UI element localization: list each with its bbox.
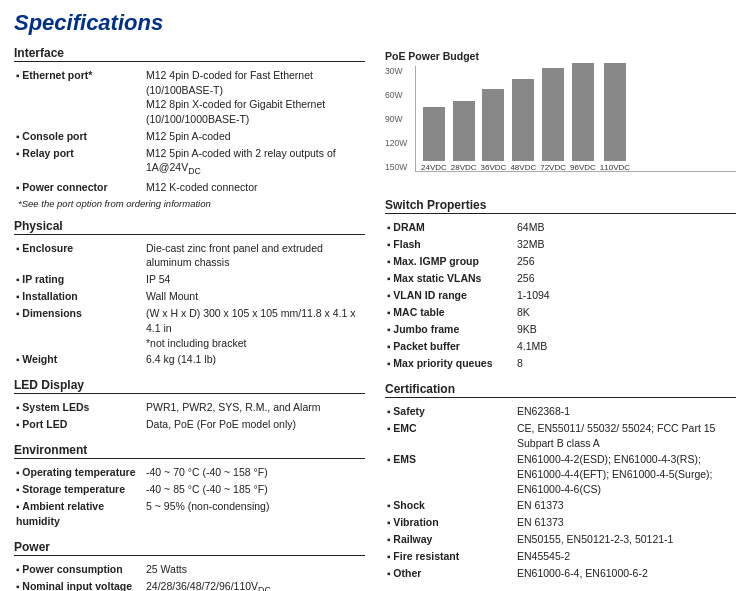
spec-value: M12 5pin A-coded with 2 relay outputs of… — [144, 145, 365, 179]
spec-label: Power consumption — [14, 561, 144, 578]
chart-title: PoE Power Budget — [385, 50, 736, 62]
bar-group: 28VDC — [451, 101, 477, 172]
two-col-layout: InterfaceEthernet port*M12 4pin D-coded … — [14, 46, 736, 591]
spec-value: 256 — [515, 270, 736, 287]
bar-chart: 150W120W90W60W30W24VDC28VDC36VDC48VDC72V… — [385, 66, 736, 186]
spec-label: Jumbo frame — [385, 321, 515, 338]
spec-value: PWR1, PWR2, SYS, R.M., and Alarm — [144, 399, 365, 416]
spec-label: Weight — [14, 351, 144, 368]
table-row: OtherEN61000-6-4, EN61000-6-2 — [385, 565, 736, 582]
spec-label: MAC table — [385, 304, 515, 321]
table-row: RailwayEN50155, EN50121-2-3, 50121-1 — [385, 531, 736, 548]
table-row: Nominal input voltage24/28/36/48/72/96/1… — [14, 578, 365, 591]
spec-value: EN 61373 — [515, 514, 736, 531]
bar-group: 110VDC — [600, 63, 630, 172]
spec-label: Shock — [385, 497, 515, 514]
spec-value: Die-cast zinc front panel and extruded a… — [144, 240, 365, 271]
chart-container: PoE Power Budget150W120W90W60W30W24VDC28… — [385, 50, 736, 186]
spec-value: EN61000-4-2(ESD); EN61000-4-3(RS);EN6100… — [515, 451, 736, 497]
spec-label: Relay port — [14, 145, 144, 179]
table-row: MAC table8K — [385, 304, 736, 321]
spec-label: Port LED — [14, 416, 144, 433]
spec-value: 8K — [515, 304, 736, 321]
bar-group: 48VDC — [510, 79, 536, 172]
table-row: Relay portM12 5pin A-coded with 2 relay … — [14, 145, 365, 179]
table-row: Max static VLANs256 — [385, 270, 736, 287]
section-title-physical: Physical — [14, 219, 365, 235]
table-row: Weight6.4 kg (14.1 lb) — [14, 351, 365, 368]
section-title-switch: Switch Properties — [385, 198, 736, 214]
spec-value: 4.1MB — [515, 338, 736, 355]
spec-label: Vibration — [385, 514, 515, 531]
bar — [512, 79, 534, 161]
spec-label: Fire resistant — [385, 548, 515, 565]
spec-label: Other — [385, 565, 515, 582]
bar — [542, 68, 564, 161]
section-title-led-display: LED Display — [14, 378, 365, 394]
spec-label: Max. IGMP group — [385, 253, 515, 270]
spec-label: Max priority queues — [385, 355, 515, 372]
spec-label: Safety — [385, 403, 515, 420]
page-wrapper: Specifications InterfaceEthernet port*M1… — [0, 0, 750, 591]
y-axis: 150W120W90W60W30W — [385, 66, 407, 186]
spec-label: Railway — [385, 531, 515, 548]
section-title-certification: Certification — [385, 382, 736, 398]
spec-value: M12 4pin D-coded for Fast Ethernet (10/1… — [144, 67, 365, 128]
spec-value: 32MB — [515, 236, 736, 253]
spec-label: Installation — [14, 288, 144, 305]
table-row: Flash32MB — [385, 236, 736, 253]
table-row: Dimensions(W x H x D) 300 x 105 x 105 mm… — [14, 305, 365, 351]
main-content: Specifications InterfaceEthernet port*M1… — [0, 0, 750, 591]
table-row: Storage temperature-40 ~ 85 °C (-40 ~ 18… — [14, 481, 365, 498]
spec-label: Dimensions — [14, 305, 144, 351]
spec-value: -40 ~ 85 °C (-40 ~ 185 °F) — [144, 481, 365, 498]
table-row: VibrationEN 61373 — [385, 514, 736, 531]
spec-label: Power connector — [14, 179, 144, 196]
table-row: VLAN ID range1-1094 — [385, 287, 736, 304]
bar — [572, 63, 594, 161]
bar-group: 24VDC — [421, 107, 447, 172]
section-note: *See the port option from ordering infor… — [18, 198, 365, 209]
table-row: SafetyEN62368-1 — [385, 403, 736, 420]
spec-value: EN45545-2 — [515, 548, 736, 565]
spec-value: 25 Watts — [144, 561, 365, 578]
page-title: Specifications — [14, 10, 736, 36]
table-row: Operating temperature-40 ~ 70 °C (-40 ~ … — [14, 464, 365, 481]
table-row: EMCCE, EN55011/ 55032/ 55024; FCC Part 1… — [385, 420, 736, 451]
spec-label: EMC — [385, 420, 515, 451]
spec-label: Flash — [385, 236, 515, 253]
spec-label: Max static VLANs — [385, 270, 515, 287]
spec-value: M12 5pin A-coded — [144, 128, 365, 145]
spec-value: 64MB — [515, 219, 736, 236]
table-row: ShockEN 61373 — [385, 497, 736, 514]
spec-value: EN62368-1 — [515, 403, 736, 420]
spec-value: 1-1094 — [515, 287, 736, 304]
table-row: Max priority queues8 — [385, 355, 736, 372]
spec-value: M12 K-coded connector — [144, 179, 365, 196]
y-label: 150W — [385, 162, 407, 172]
spec-value: 256 — [515, 253, 736, 270]
table-row: Console portM12 5pin A-coded — [14, 128, 365, 145]
spec-value: Data, PoE (For PoE model only) — [144, 416, 365, 433]
spec-label: System LEDs — [14, 399, 144, 416]
table-row: Power connectorM12 K-coded connector — [14, 179, 365, 196]
bar-group: 96VDC — [570, 63, 596, 172]
spec-label: Nominal input voltage — [14, 578, 144, 591]
bar-group: 36VDC — [481, 89, 507, 172]
y-label: 120W — [385, 138, 407, 148]
table-row: Jumbo frame9KB — [385, 321, 736, 338]
table-row: Packet buffer4.1MB — [385, 338, 736, 355]
spec-value: EN61000-6-4, EN61000-6-2 — [515, 565, 736, 582]
spec-value: CE, EN55011/ 55032/ 55024; FCC Part 15 S… — [515, 420, 736, 451]
spec-value: 6.4 kg (14.1 lb) — [144, 351, 365, 368]
spec-label: IP rating — [14, 271, 144, 288]
spec-table-switch: DRAM64MBFlash32MBMax. IGMP group256Max s… — [385, 219, 736, 372]
table-row: System LEDsPWR1, PWR2, SYS, R.M., and Al… — [14, 399, 365, 416]
spec-label: EMS — [385, 451, 515, 497]
spec-label: VLAN ID range — [385, 287, 515, 304]
left-column: InterfaceEthernet port*M12 4pin D-coded … — [14, 46, 365, 591]
spec-value: EN 61373 — [515, 497, 736, 514]
bars-container: 24VDC28VDC36VDC48VDC72VDC96VDC110VDC — [417, 66, 630, 186]
bar — [453, 101, 475, 161]
spec-label: Ambient relative humidity — [14, 498, 144, 530]
